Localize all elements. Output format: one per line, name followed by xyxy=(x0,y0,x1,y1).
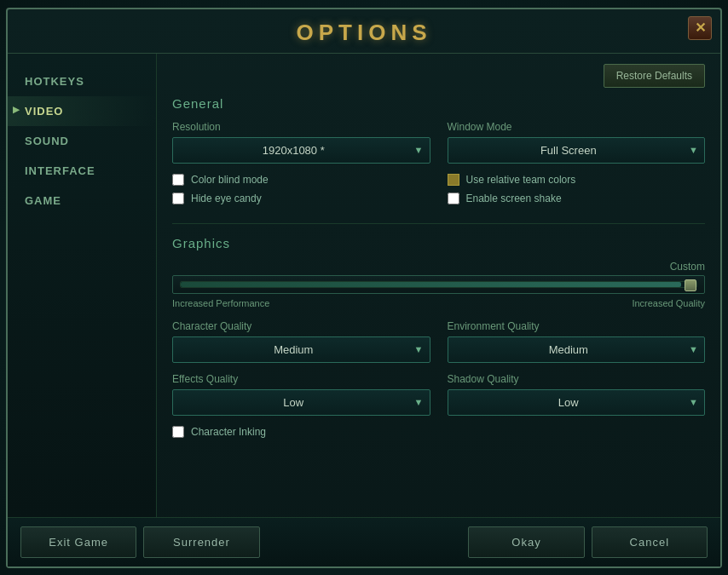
exit-game-button[interactable]: Exit Game xyxy=(20,526,136,558)
modal-overlay: OPTIONS ✕ HOTKEYS VIDEO SOUND INTERFACE xyxy=(0,0,728,575)
resolution-windowmode-row: Resolution 1920x1080 * 1280x720 1600x900… xyxy=(172,121,705,164)
left-checkboxes: Color blind mode Hide eye candy xyxy=(172,174,430,211)
sidebar-item-sound[interactable]: SOUND xyxy=(8,126,156,156)
increased-performance-label: Increased Performance xyxy=(172,298,269,308)
effects-quality-wrapper: Low Medium High ▼ xyxy=(172,389,430,416)
enable-screen-shake-row: Enable screen shake xyxy=(448,193,706,204)
environment-quality-select[interactable]: Medium Low High Very High xyxy=(448,336,706,363)
modal-title: OPTIONS xyxy=(296,20,431,45)
increased-quality-label: Increased Quality xyxy=(632,298,705,308)
shadow-quality-select[interactable]: Low Medium High xyxy=(448,389,706,416)
shadow-quality-label: Shadow Quality xyxy=(448,373,706,385)
checkboxes-row1: Color blind mode Hide eye candy Use rela… xyxy=(172,174,705,211)
restore-defaults-button[interactable]: Restore Defaults xyxy=(604,64,705,88)
quality-label-row: Custom xyxy=(172,261,705,273)
effects-quality-col: Effects Quality Low Medium High ▼ xyxy=(172,373,430,416)
character-inking-label: Character Inking xyxy=(191,426,266,438)
window-mode-label: Window Mode xyxy=(448,121,706,133)
graphics-section-title: Graphics xyxy=(172,236,705,250)
slider-fill xyxy=(181,282,681,287)
graphics-slider-section: Custom Increased Performance Increased Q… xyxy=(172,261,705,308)
sidebar-item-interface[interactable]: INTERFACE xyxy=(8,156,156,186)
resolution-col: Resolution 1920x1080 * 1280x720 1600x900… xyxy=(172,121,430,164)
footer: Exit Game Surrender Okay Cancel xyxy=(8,517,720,566)
environment-quality-col: Environment Quality Medium Low High Very… xyxy=(448,320,706,363)
modal-header: OPTIONS ✕ xyxy=(8,9,720,54)
character-quality-col: Character Quality Medium Low High Very H… xyxy=(172,320,430,363)
quality-row1: Character Quality Medium Low High Very H… xyxy=(172,320,705,363)
sidebar-item-hotkeys[interactable]: HOTKEYS xyxy=(8,66,156,96)
shadow-quality-col: Shadow Quality Low Medium High ▼ xyxy=(448,373,706,416)
cancel-button[interactable]: Cancel xyxy=(592,526,708,558)
character-quality-wrapper: Medium Low High Very High ▼ xyxy=(172,336,430,363)
modal-body: HOTKEYS VIDEO SOUND INTERFACE GAME xyxy=(8,54,720,517)
hide-eye-candy-row: Hide eye candy xyxy=(172,193,430,204)
character-quality-label: Character Quality xyxy=(172,320,430,332)
shadow-quality-wrapper: Low Medium High ▼ xyxy=(448,389,706,416)
quality-label: Custom xyxy=(670,261,705,273)
sidebar: HOTKEYS VIDEO SOUND INTERFACE GAME xyxy=(8,54,157,517)
perf-quality-labels: Increased Performance Increased Quality xyxy=(172,298,705,308)
resolution-select[interactable]: 1920x1080 * 1280x720 1600x900 xyxy=(172,137,430,164)
slider-track[interactable] xyxy=(180,281,697,288)
color-blind-row: Color blind mode xyxy=(172,174,430,186)
character-inking-checkbox[interactable] xyxy=(172,426,184,438)
surrender-button[interactable]: Surrender xyxy=(143,526,259,558)
enable-screen-shake-label: Enable screen shake xyxy=(466,193,562,204)
content-area: Restore Defaults General Resolution 1920… xyxy=(157,54,720,517)
sidebar-item-game[interactable]: GAME xyxy=(8,186,156,216)
right-checkboxes: Use relative team colors Enable screen s… xyxy=(448,174,706,211)
okay-button[interactable]: Okay xyxy=(468,526,584,558)
options-modal: OPTIONS ✕ HOTKEYS VIDEO SOUND INTERFACE xyxy=(6,8,722,568)
window-mode-select[interactable]: Full Screen Windowed Borderless xyxy=(448,137,706,164)
effects-quality-label: Effects Quality xyxy=(172,373,430,385)
resolution-label: Resolution xyxy=(172,121,430,133)
effects-quality-select[interactable]: Low Medium High xyxy=(172,389,430,416)
general-section-title: General xyxy=(172,96,705,111)
use-relative-colors-icon xyxy=(448,174,459,186)
window-mode-col: Window Mode Full Screen Windowed Borderl… xyxy=(448,121,706,164)
hide-eye-candy-label: Hide eye candy xyxy=(191,193,262,204)
environment-quality-wrapper: Medium Low High Very High ▼ xyxy=(448,336,706,363)
section-divider xyxy=(172,223,705,224)
close-button[interactable]: ✕ xyxy=(688,16,712,40)
color-blind-checkbox[interactable] xyxy=(172,174,184,186)
character-quality-select[interactable]: Medium Low High Very High xyxy=(172,336,430,363)
restore-defaults-row: Restore Defaults xyxy=(172,64,705,88)
slider-thumb xyxy=(685,279,696,291)
environment-quality-label: Environment Quality xyxy=(448,320,706,332)
use-relative-colors-label: Use relative team colors xyxy=(466,174,576,186)
footer-spacer xyxy=(267,526,462,558)
resolution-select-wrapper: 1920x1080 * 1280x720 1600x900 ▼ xyxy=(172,137,430,164)
quality-row2: Effects Quality Low Medium High ▼ Shadow… xyxy=(172,373,705,416)
character-inking-row: Character Inking xyxy=(172,426,705,438)
window-mode-select-wrapper: Full Screen Windowed Borderless ▼ xyxy=(448,137,706,164)
color-blind-label: Color blind mode xyxy=(191,174,269,186)
hide-eye-candy-checkbox[interactable] xyxy=(172,193,184,204)
use-relative-colors-row: Use relative team colors xyxy=(448,174,706,186)
enable-screen-shake-checkbox[interactable] xyxy=(448,193,459,204)
slider-container xyxy=(172,275,705,294)
sidebar-item-video[interactable]: VIDEO xyxy=(8,96,156,126)
